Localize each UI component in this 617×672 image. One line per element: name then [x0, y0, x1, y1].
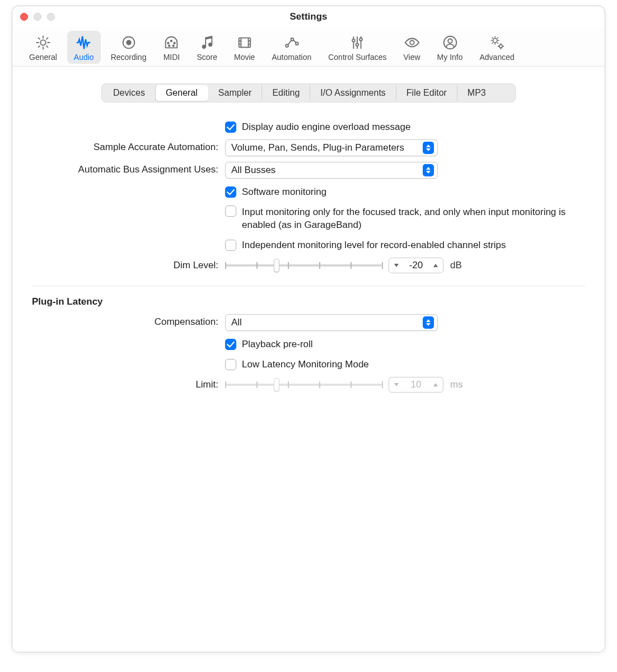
- updown-icon: [423, 316, 434, 329]
- label-independent-monitoring: Independent monitoring level for record-…: [242, 237, 506, 252]
- svg-point-0: [40, 40, 45, 45]
- updown-icon: [423, 142, 434, 154]
- unit-db: dB: [450, 260, 462, 271]
- section-title-latency: Plug-in Latency: [32, 296, 585, 307]
- svg-point-14: [360, 38, 363, 41]
- toolbar-score[interactable]: Score: [190, 31, 224, 64]
- select-value: Volume, Pan, Sends, Plug-in Parameters: [231, 142, 423, 153]
- svg-point-2: [127, 40, 131, 45]
- label-limit: Limit:: [32, 377, 225, 390]
- toolbar-general[interactable]: General: [22, 31, 64, 64]
- toolbar-label: My Info: [437, 53, 463, 62]
- checkbox-software-monitoring[interactable]: [225, 186, 236, 198]
- checkbox-playback-preroll[interactable]: [225, 339, 236, 350]
- film-icon: [236, 34, 253, 51]
- subtab-io-assignments[interactable]: I/O Assignments: [310, 85, 396, 101]
- label-low-latency: Low Latency Monitoring Mode: [242, 357, 369, 371]
- select-compensation[interactable]: All: [225, 314, 438, 331]
- toolbar-label: View: [404, 53, 420, 62]
- svg-point-12: [352, 39, 355, 42]
- music-note-icon: [199, 34, 216, 51]
- toolbar-recording[interactable]: Recording: [104, 31, 153, 64]
- toolbar-advanced[interactable]: Advanced: [473, 31, 521, 64]
- stepper-value: 10: [404, 379, 428, 390]
- stepper-down-icon: [389, 383, 404, 386]
- select-value: All: [231, 317, 423, 328]
- slider-dim-level[interactable]: [225, 260, 382, 271]
- toolbar-label: Audio: [74, 53, 94, 62]
- stepper-down-icon[interactable]: [389, 264, 404, 267]
- select-value: All Busses: [231, 165, 423, 176]
- label-playback-preroll: Playback pre-roll: [242, 337, 313, 351]
- record-icon: [120, 34, 137, 51]
- svg-point-5: [174, 43, 175, 44]
- toolbar: General Audio Recording MIDI: [12, 27, 605, 67]
- label-software-monitoring: Software monitoring: [242, 184, 326, 199]
- toolbar-automation[interactable]: Automation: [265, 31, 318, 64]
- subtab-file-editor[interactable]: File Editor: [396, 85, 457, 101]
- checkbox-input-monitoring-focused[interactable]: [225, 206, 236, 217]
- svg-point-15: [410, 40, 414, 45]
- stepper-up-icon[interactable]: [428, 264, 443, 267]
- svg-point-11: [296, 43, 298, 45]
- svg-point-17: [448, 39, 452, 43]
- waveform-icon: [76, 34, 92, 51]
- toolbar-movie[interactable]: Movie: [227, 31, 261, 64]
- label-display-overload: Display audio engine overload message: [242, 119, 410, 134]
- stepper-value: -20: [404, 260, 428, 271]
- toolbar-label: Advanced: [480, 53, 515, 62]
- toolbar-label: Movie: [234, 53, 255, 62]
- subtab-sampler[interactable]: Sampler: [208, 85, 263, 101]
- curve-icon: [283, 34, 300, 51]
- svg-point-4: [171, 40, 172, 41]
- checkbox-low-latency[interactable]: [225, 359, 236, 370]
- sliders-icon: [349, 34, 366, 51]
- subtab-devices[interactable]: Devices: [103, 85, 156, 101]
- toolbar-audio[interactable]: Audio: [67, 31, 101, 64]
- toolbar-control-surfaces[interactable]: Control Surfaces: [321, 31, 393, 64]
- toolbar-label: MIDI: [163, 53, 180, 62]
- toolbar-label: Score: [197, 53, 217, 62]
- svg-point-19: [499, 45, 502, 48]
- close-icon[interactable]: [20, 13, 28, 21]
- toolbar-label: General: [29, 53, 57, 62]
- unit-ms: ms: [450, 379, 463, 390]
- label-compensation: Compensation:: [32, 314, 225, 328]
- toolbar-midi[interactable]: MIDI: [156, 31, 186, 64]
- select-sample-accurate[interactable]: Volume, Pan, Sends, Plug-in Parameters: [225, 139, 438, 156]
- checkbox-independent-monitoring[interactable]: [225, 240, 236, 251]
- stepper-dim-level[interactable]: -20: [389, 258, 443, 273]
- divider: [32, 286, 585, 286]
- toolbar-label: Recording: [111, 53, 147, 62]
- minimize-icon[interactable]: [34, 13, 41, 21]
- svg-point-9: [286, 44, 288, 47]
- gear-icon: [35, 34, 52, 51]
- label-input-monitoring-focused: Input monitoring only for the focused tr…: [242, 204, 572, 232]
- midi-icon: [163, 34, 180, 51]
- stepper-limit: 10: [389, 377, 443, 393]
- content-area: Devices General Sampler Editing I/O Assi…: [12, 67, 605, 652]
- user-icon: [442, 34, 459, 51]
- gears-icon: [489, 34, 506, 51]
- toolbar-my-info[interactable]: My Info: [431, 31, 470, 64]
- subtab-editing[interactable]: Editing: [262, 85, 310, 101]
- svg-point-3: [168, 43, 169, 44]
- zoom-icon[interactable]: [47, 13, 55, 21]
- select-bus-assignment[interactable]: All Busses: [225, 162, 438, 179]
- svg-point-6: [169, 45, 170, 46]
- checkbox-display-overload[interactable]: [225, 122, 236, 133]
- window-title: Settings: [289, 11, 327, 22]
- svg-point-13: [356, 43, 359, 46]
- subtab-mp3[interactable]: MP3: [457, 85, 496, 101]
- label-bus-assignment: Automatic Bus Assignment Uses:: [32, 162, 225, 175]
- settings-window: Settings General Audio Recording: [12, 6, 605, 652]
- toolbar-view[interactable]: View: [397, 31, 427, 64]
- subtab-general[interactable]: General: [156, 85, 208, 101]
- titlebar: Settings: [12, 6, 605, 27]
- toolbar-label: Automation: [272, 53, 311, 62]
- eye-icon: [404, 34, 420, 51]
- label-sample-accurate: Sample Accurate Automation:: [32, 139, 225, 153]
- form-audio-general: Display audio engine overload message Sa…: [32, 119, 585, 393]
- updown-icon: [423, 164, 434, 176]
- slider-limit[interactable]: [225, 379, 382, 390]
